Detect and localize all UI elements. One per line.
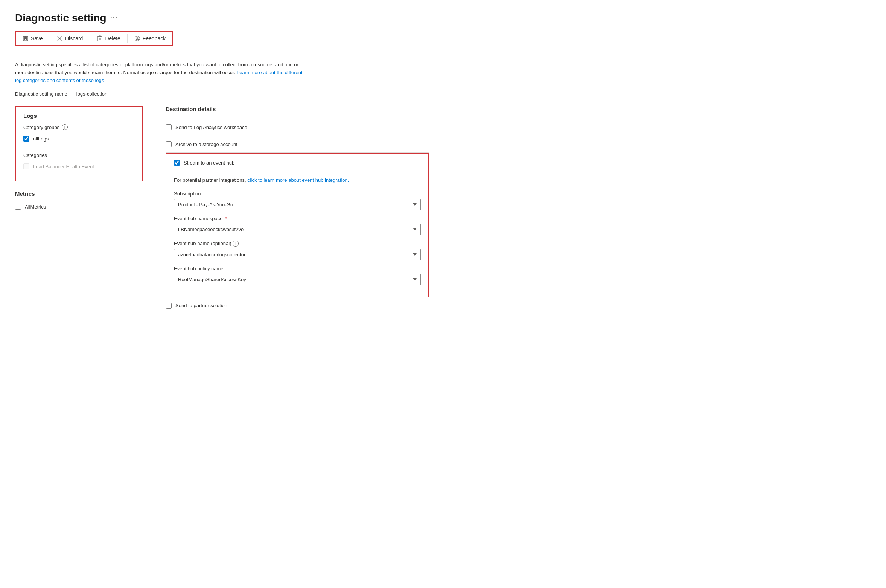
event-hub-checkbox[interactable] [174, 160, 180, 166]
setting-name-value: logs-collection [76, 91, 107, 97]
allLogs-row: allLogs [23, 134, 135, 143]
description-text: A diagnostic setting specifies a list of… [15, 61, 309, 84]
hub-name-select[interactable]: azureloadbalancerlogscollector [174, 249, 421, 260]
send-partner-row: Send to partner solution [166, 297, 429, 314]
page-title: Diagnostic setting [15, 12, 107, 24]
toolbar-divider [50, 34, 50, 43]
save-button[interactable]: Save [18, 33, 47, 44]
event-hub-label[interactable]: Stream to an event hub [184, 160, 234, 166]
toolbar-divider-2 [90, 34, 90, 43]
logs-title: Logs [23, 113, 135, 119]
allLogs-checkbox[interactable] [23, 136, 29, 142]
svg-rect-3 [25, 39, 26, 40]
metrics-title: Metrics [15, 190, 143, 197]
category-groups-label: Category groups i [23, 124, 135, 130]
toolbar: Save Discard [15, 31, 173, 46]
allMetrics-label[interactable]: AllMetrics [25, 204, 46, 210]
category-groups-info-icon[interactable]: i [62, 124, 68, 130]
main-layout: Logs Category groups i allLogs Categorie… [15, 106, 871, 314]
delete-button[interactable]: Delete [92, 33, 125, 44]
subscription-field-group: Subscription Product - Pay-As-You-Go [174, 191, 421, 210]
partner-link[interactable]: click to learn more about event hub inte… [247, 177, 349, 183]
hub-name-label: Event hub name (optional) i [174, 241, 421, 247]
logs-section-box: Logs Category groups i allLogs Categorie… [15, 106, 143, 181]
left-panel: Logs Category groups i allLogs Categorie… [15, 106, 143, 215]
hub-name-field-group: Event hub name (optional) i azureloadbal… [174, 241, 421, 260]
namespace-select[interactable]: LBNamespaceeeckcwps3t2ve [174, 224, 421, 235]
subscription-label: Subscription [174, 191, 421, 197]
policy-label: Event hub policy name [174, 266, 421, 271]
categories-label: Categories [23, 152, 135, 158]
log-analytics-checkbox[interactable] [166, 124, 172, 130]
namespace-required-marker: * [225, 216, 227, 221]
save-icon [23, 35, 29, 41]
svg-point-13 [137, 37, 138, 39]
hub-name-info-icon[interactable]: i [233, 241, 239, 247]
event-hub-box: Stream to an event hub For potential par… [166, 153, 429, 297]
event-hub-header: Stream to an event hub [174, 160, 421, 171]
delete-icon [97, 35, 103, 41]
policy-select[interactable]: RootManageSharedAccessKey [174, 274, 421, 285]
toolbar-divider-3 [127, 34, 128, 43]
allLogs-label[interactable]: allLogs [33, 136, 49, 142]
policy-field-group: Event hub policy name RootManageSharedAc… [174, 266, 421, 285]
namespace-label: Event hub namespace * [174, 216, 421, 221]
feedback-button[interactable]: Feedback [130, 33, 170, 44]
logs-separator [23, 148, 135, 148]
feedback-icon [134, 35, 140, 41]
subscription-select[interactable]: Product - Pay-As-You-Go [174, 199, 421, 210]
delete-label: Delete [105, 35, 120, 41]
partner-text: For potential partner integrations, clic… [174, 177, 421, 184]
storage-account-label[interactable]: Archive to a storage account [175, 142, 237, 147]
load-balancer-checkbox[interactable] [23, 163, 29, 169]
log-analytics-label[interactable]: Send to Log Analytics workspace [175, 125, 247, 130]
save-label: Save [31, 35, 43, 41]
svg-rect-1 [24, 36, 27, 38]
storage-account-checkbox[interactable] [166, 141, 172, 147]
destination-title: Destination details [166, 106, 429, 112]
discard-label: Discard [65, 35, 83, 41]
allMetrics-row: AllMetrics [15, 202, 143, 211]
page-title-ellipsis: ··· [110, 14, 118, 22]
right-panel: Destination details Send to Log Analytic… [166, 106, 429, 314]
feedback-label: Feedback [143, 35, 166, 41]
namespace-field-group: Event hub namespace * LBNamespaceeeckcwp… [174, 216, 421, 235]
discard-button[interactable]: Discard [52, 33, 87, 44]
metrics-section: Metrics AllMetrics [15, 190, 143, 211]
log-analytics-row: Send to Log Analytics workspace [166, 119, 429, 136]
load-balancer-row: Load Balancer Health Event [23, 162, 135, 171]
svg-rect-8 [99, 36, 101, 37]
setting-name-label: Diagnostic setting name [15, 91, 67, 97]
allMetrics-checkbox[interactable] [15, 204, 21, 210]
send-partner-label[interactable]: Send to partner solution [175, 303, 227, 308]
storage-account-row: Archive to a storage account [166, 136, 429, 153]
send-partner-checkbox[interactable] [166, 303, 172, 309]
discard-icon [57, 35, 63, 41]
setting-name-row: Diagnostic setting name logs-collection [15, 91, 871, 97]
load-balancer-label: Load Balancer Health Event [33, 164, 94, 169]
